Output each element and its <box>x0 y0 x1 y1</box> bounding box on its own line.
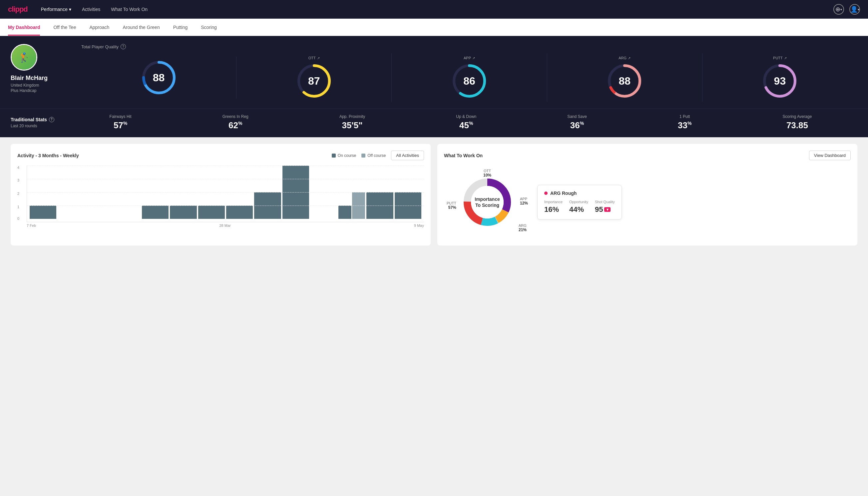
total-quality-label: Total Player Quality ? <box>81 44 857 49</box>
grid-line-3 <box>27 179 424 179</box>
ott-score-value: 87 <box>308 75 320 87</box>
view-dashboard-button[interactable]: View Dashboard <box>809 151 851 160</box>
trad-info-icon[interactable]: ? <box>49 117 54 122</box>
y-label-4: 4 <box>17 166 19 170</box>
bar-on-5 <box>170 205 196 219</box>
trad-label-section: Traditional Stats ? Last 20 rounds <box>11 117 64 128</box>
app-circle: 86 <box>451 63 488 99</box>
tooltip-stats: Importance 16% Opportunity 44% Shot Qual… <box>544 200 615 214</box>
x-label-feb: 7 Feb <box>27 223 36 228</box>
score-arg: ARG ↗ 88 <box>547 53 703 102</box>
chart-title: Activity - 3 Months - Weekly <box>17 153 79 158</box>
on-course-dot <box>332 154 336 158</box>
ott-trend-icon: ↗ <box>317 56 320 60</box>
chart-area: 4 3 2 1 0 7 Feb <box>17 166 424 226</box>
putt-score-value: 93 <box>774 75 786 87</box>
bar-group-4 <box>142 205 169 219</box>
what-to-work-on-card: What To Work On View Dashboard OTT 10% A… <box>437 144 857 246</box>
bar-on-11 <box>338 205 351 219</box>
work-on-content: OTT 10% APP 12% ARG 21% PUTT 57% <box>444 166 851 239</box>
tab-my-dashboard[interactable]: My Dashboard <box>8 19 40 36</box>
score-ott: OTT ↗ 87 <box>236 53 392 102</box>
tooltip-dot <box>544 191 548 195</box>
arg-circle: 88 <box>606 63 643 99</box>
tab-scoring[interactable]: Scoring <box>201 19 217 36</box>
donut-center-text: Importance To Scoring <box>475 196 500 208</box>
traditional-stats-section: Traditional Stats ? Last 20 rounds Fairw… <box>0 109 868 137</box>
chart-header: Activity - 3 Months - Weekly On course O… <box>17 151 424 160</box>
arg-outer-label: ARG 21% <box>519 223 526 232</box>
chart-legend: On course Off course All Activities <box>332 151 424 160</box>
stat-fairways-hit: Fairways Hit 57% <box>110 114 131 130</box>
bar-group-6 <box>198 205 225 219</box>
putt-outer-label: PUTT 57% <box>447 201 456 210</box>
tooltip-importance: Importance 16% <box>544 200 563 214</box>
logo[interactable]: clippd <box>8 5 28 14</box>
avatar-image: 🏌️ <box>12 45 36 69</box>
all-activities-button[interactable]: All Activities <box>391 151 424 160</box>
nav-right-actions: ⊕ ▾ 👤 ▾ <box>833 4 860 15</box>
stat-1-putt: 1 Putt 33% <box>678 114 692 130</box>
putt-trend-icon: ↗ <box>784 56 787 60</box>
tooltip-opportunity: Opportunity 44% <box>569 200 588 214</box>
grid-line-1 <box>27 205 424 206</box>
y-label-0: 0 <box>17 217 19 220</box>
profile-handicap: Plus Handicap <box>11 88 36 93</box>
off-course-dot <box>361 154 365 158</box>
bar-on-4 <box>142 205 169 219</box>
chevron-icon: ▾ <box>858 7 859 11</box>
shot-quality-trend-badge: ▼ <box>604 207 611 212</box>
sub-navigation: My Dashboard Off the Tee Approach Around… <box>0 19 868 36</box>
info-icon[interactable]: ? <box>121 44 126 49</box>
arg-score-value: 88 <box>618 75 631 87</box>
ott-label: OTT ↗ <box>309 56 320 60</box>
bar-on-6 <box>198 205 225 219</box>
arg-rough-tooltip: ARG Rough Importance 16% Opportunity 44%… <box>537 185 622 219</box>
x-label-may: 9 May <box>414 223 424 228</box>
profile-section: 🏌️ Blair McHarg United Kingdom Plus Hand… <box>11 44 70 93</box>
grid-line-4 <box>27 166 424 166</box>
chevron-down-icon: ▾ <box>69 7 71 12</box>
add-button[interactable]: ⊕ ▾ <box>833 4 844 15</box>
chevron-icon: ▾ <box>840 7 842 11</box>
nav-what-to-work-on[interactable]: What To Work On <box>111 7 147 12</box>
nav-activities[interactable]: Activities <box>82 7 100 12</box>
score-app: APP ↗ 86 <box>392 53 547 102</box>
scores-section: Total Player Quality ? 88 <box>81 44 857 102</box>
tab-off-the-tee[interactable]: Off the Tee <box>53 19 76 36</box>
y-label-1: 1 <box>17 205 19 209</box>
user-menu-button[interactable]: 👤 ▾ <box>849 4 860 15</box>
profile-name: Blair McHarg <box>11 75 48 82</box>
legend-on-course: On course <box>332 153 356 158</box>
donut-wrapper: OTT 10% APP 12% ARG 21% PUTT 57% <box>444 166 531 239</box>
score-putt: PUTT ↗ 93 <box>703 53 857 102</box>
bar-group-7 <box>226 205 253 219</box>
tab-around-the-green[interactable]: Around the Green <box>123 19 160 36</box>
stat-up-and-down: Up & Down 45% <box>456 114 476 130</box>
legend-off-course: Off course <box>361 153 386 158</box>
x-label-mar: 28 Mar <box>219 223 231 228</box>
scores-grid: 88 OTT ↗ 87 <box>81 53 857 102</box>
user-icon: 👤 <box>850 6 858 13</box>
y-label-2: 2 <box>17 191 19 196</box>
plus-icon: ⊕ <box>835 6 840 13</box>
x-labels: 7 Feb 28 Mar 9 May <box>17 223 424 228</box>
work-on-header: What To Work On View Dashboard <box>444 151 851 160</box>
ott-circle: 87 <box>296 63 332 99</box>
nav-performance[interactable]: Performance ▾ <box>41 7 71 12</box>
arg-label: ARG ↗ <box>618 56 631 60</box>
putt-label: PUTT ↗ <box>773 56 787 60</box>
y-label-3: 3 <box>17 178 19 182</box>
top-navigation: clippd Performance ▾ Activities What To … <box>0 0 868 19</box>
tooltip-shot-quality: Shot Quality 95 ▼ <box>595 200 615 214</box>
stat-scoring-average: Scoring Average 73.85 <box>783 114 812 130</box>
activity-chart-card: Activity - 3 Months - Weekly On course O… <box>11 144 431 246</box>
tab-putting[interactable]: Putting <box>173 19 188 36</box>
stat-sand-save: Sand Save 36% <box>567 114 587 130</box>
bar-group-0 <box>30 205 56 219</box>
stat-items: Fairways Hit 57% Greens In Reg 62% App. … <box>64 114 857 130</box>
hero-section: 🏌️ Blair McHarg United Kingdom Plus Hand… <box>0 36 868 109</box>
total-circle: 88 <box>141 59 177 96</box>
tab-approach[interactable]: Approach <box>89 19 109 36</box>
stat-app-proximity: App. Proximity 35'5" <box>340 114 365 130</box>
